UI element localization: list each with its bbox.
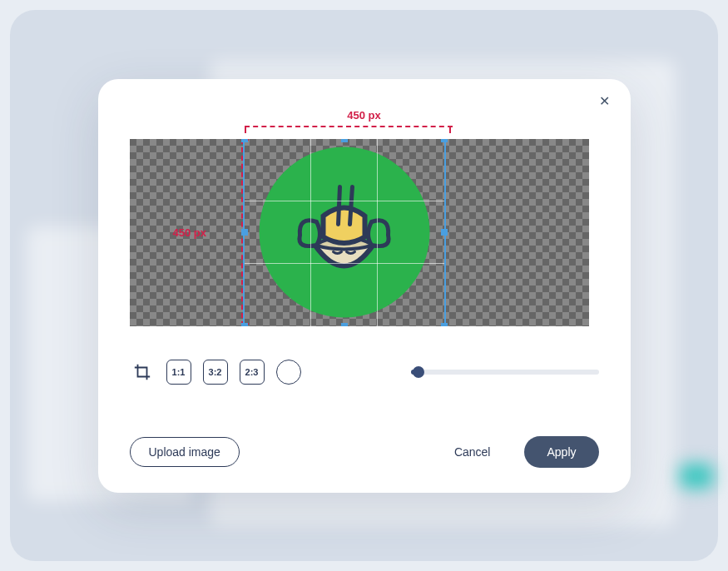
svg-line-0	[339, 186, 340, 224]
grid-line	[245, 263, 444, 264]
canvas-area: 450 px 450 px	[130, 114, 599, 326]
crop-handle[interactable]	[341, 323, 348, 326]
dimension-top: 450 px	[130, 114, 599, 139]
crop-handle[interactable]	[341, 139, 348, 142]
sample-image	[259, 147, 429, 318]
crop-handle[interactable]	[241, 323, 248, 326]
crop-handle[interactable]	[241, 229, 248, 236]
ghost-accent	[680, 464, 713, 489]
width-brace	[245, 126, 453, 134]
grid-line	[377, 139, 378, 326]
modal-footer: Upload image Cancel Apply	[130, 436, 599, 468]
crop-handle[interactable]	[241, 139, 248, 142]
upload-button[interactable]: Upload image	[130, 437, 240, 467]
cancel-button[interactable]: Cancel	[435, 437, 510, 467]
close-button[interactable]: ✕	[597, 94, 612, 109]
crop-toolbar: 1:1 3:2 2:3	[130, 360, 599, 385]
crop-handle[interactable]	[441, 139, 448, 142]
crop-ratio-1-1[interactable]: 1:1	[166, 360, 191, 385]
svg-line-1	[350, 186, 353, 224]
apply-button[interactable]: Apply	[524, 436, 598, 468]
crop-handle[interactable]	[441, 229, 448, 236]
crop-selection[interactable]	[245, 139, 444, 326]
width-label: 450 px	[347, 109, 380, 122]
bowl-illustration	[282, 170, 407, 295]
image-crop-modal: ✕ 450 px 450 px	[98, 79, 631, 493]
grid-line	[310, 139, 311, 326]
crop-ratio-2-3[interactable]: 2:3	[240, 360, 265, 385]
crop-ratio-circle[interactable]	[276, 360, 301, 385]
grid-line	[245, 201, 444, 201]
crop-ratio-3-2[interactable]: 3:2	[203, 360, 228, 385]
zoom-thumb[interactable]	[413, 366, 424, 378]
crop-icon	[133, 363, 151, 381]
crop-canvas[interactable]: 450 px	[130, 139, 589, 326]
crop-tool-free[interactable]	[130, 360, 155, 385]
crop-handle[interactable]	[441, 323, 448, 326]
height-label: 450 px	[173, 226, 206, 239]
zoom-slider[interactable]	[411, 370, 599, 375]
